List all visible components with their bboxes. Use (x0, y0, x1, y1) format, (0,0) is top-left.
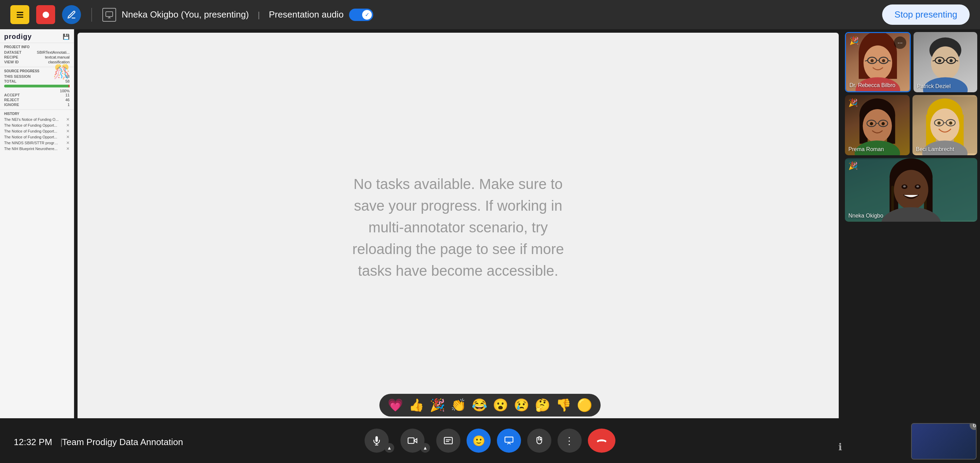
svg-point-55 (894, 170, 928, 209)
time-label: 12:32 PM (14, 437, 52, 447)
svg-rect-4 (106, 12, 113, 16)
participant-name-nneka: Nneka Okigbo (848, 213, 883, 219)
list-item: The Notice of Funding Opport... ✕ (4, 123, 70, 128)
meeting-title: Team Prodigy Data Annotation (62, 437, 183, 447)
stop-presenting-button[interactable]: Stop presenting (882, 5, 970, 25)
emoji-button[interactable]: 🙂 (466, 428, 491, 453)
emoji-heart[interactable]: 💗 (388, 398, 403, 412)
history-item-text: The NINDS SBIR/STTR progra... (4, 141, 59, 145)
emoji-think[interactable]: 🤔 (535, 398, 550, 412)
emoji-yellow-circle[interactable]: 🟡 (577, 398, 592, 412)
ignore-value: 1 (68, 103, 70, 107)
celebration-icon-prema: 🎉 (848, 98, 858, 108)
svg-point-7 (864, 46, 892, 81)
mic-group: ▲ (364, 428, 394, 453)
this-session-label: THIS SESSION (4, 75, 31, 78)
emoji-clap[interactable]: 👏 (451, 398, 466, 412)
presentation-audio-toggle[interactable]: ✓ (349, 9, 373, 21)
video-row-1: 🎉 ··· Dr. Rebecca Bilbro (845, 32, 977, 92)
history-item-text: The Notice of Funding Opport... (4, 135, 57, 139)
recipe-label: RECIPE (4, 55, 18, 59)
history-item-text: The NIH Blueprint Neurothere... (4, 147, 57, 151)
dataset-label: DATASET (4, 50, 21, 54)
svg-point-40 (931, 108, 960, 142)
this-session-value: 58 (65, 75, 70, 78)
emoji-wow[interactable]: 😮 (493, 398, 508, 412)
dataset-row: DATASET SBIRTextAnnotati... (4, 50, 70, 54)
prodigy-logo: prodigy (4, 33, 32, 41)
svg-point-29 (863, 109, 892, 143)
video-tile-rebecca[interactable]: 🎉 ··· Dr. Rebecca Bilbro (845, 32, 911, 92)
history-item-remove[interactable]: ✕ (66, 135, 70, 140)
history-item-text: The NEI's Notice of Funding O... (4, 117, 59, 122)
save-icon[interactable]: 💾 (63, 33, 70, 40)
list-item: The Notice of Funding Opport... ✕ (4, 129, 70, 133)
top-bar: Nneka Okigbo (You, presenting) | Present… (0, 0, 980, 29)
reject-label: REJECT (4, 98, 19, 102)
video-tile-prema[interactable]: 🎉 Prema Roman (845, 95, 910, 155)
svg-point-59 (916, 186, 919, 188)
celebration-icon-nneka: 🎉 (848, 162, 858, 170)
more-options-rebecca[interactable]: ··· (894, 36, 906, 49)
icon-1[interactable] (10, 5, 29, 24)
svg-point-17 (931, 46, 960, 79)
emoji-reaction-bar: 💗 👍 🎉 👏 😂 😮 😢 🤔 👎 🟡 (379, 394, 601, 417)
emoji-laugh[interactable]: 😂 (472, 398, 487, 412)
view-id-label: VIEW ID (4, 60, 19, 64)
thumbnail-content (912, 424, 976, 459)
history-item-text: The Notice of Funding Opport... (4, 129, 57, 133)
captions-button[interactable] (436, 428, 460, 453)
project-info-title: PROJECT INFO (4, 45, 70, 49)
svg-rect-64 (408, 438, 414, 443)
history-item-remove[interactable]: ✕ (66, 140, 70, 145)
emoji-sad[interactable]: 😢 (514, 398, 529, 412)
edit-icon[interactable] (62, 5, 81, 24)
history-item-remove[interactable]: ✕ (66, 117, 70, 122)
emoji-celebration[interactable]: 🎉 (430, 398, 445, 412)
svg-point-14 (882, 59, 885, 62)
source-progress-section: SOURCE PROGRESS THIS SESSION 58 TOTAL 58… (0, 67, 74, 110)
progress-bar (4, 85, 70, 87)
history-item-remove[interactable]: ✕ (66, 123, 70, 128)
video-tile-nneka[interactable]: 🎉 Nneka Okigbo (845, 158, 977, 222)
face-svg-nneka (845, 158, 977, 222)
more-options-button[interactable]: ⋮ (558, 428, 582, 453)
history-item-remove[interactable]: ✕ (66, 129, 70, 133)
thumbnail-preview[interactable]: 6 (911, 423, 977, 460)
more-dots-icon: ⋮ (565, 435, 575, 447)
history-item-remove[interactable]: ✕ (66, 146, 70, 151)
presentation-main: No tasks available. Make sure to save yo… (78, 33, 839, 422)
participant-name-prema: Prema Roman (848, 146, 884, 152)
history-title: HISTORY (4, 112, 70, 116)
total-label: TOTAL (4, 79, 16, 83)
celebration-icon-rebecca: 🎉 (850, 36, 859, 46)
video-tile-beci[interactable]: Beci Lambrecht (912, 95, 977, 155)
camera-group: ▲ (401, 428, 430, 453)
bottom-controls: ▲ ▲ 🙂 (364, 428, 616, 453)
mic-options-arrow[interactable]: ▲ (385, 443, 394, 453)
participant-name-patrick: Patrick Deziel (917, 83, 951, 89)
emoji-thumbsdown[interactable]: 👎 (556, 398, 571, 412)
video-grid: 🎉 ··· Dr. Rebecca Bilbro (842, 29, 980, 463)
svg-point-44 (937, 122, 940, 125)
svg-marker-63 (414, 439, 417, 443)
view-id-row: VIEW ID classification (4, 60, 70, 64)
info-button[interactable]: ℹ (838, 441, 842, 453)
camera-options-arrow[interactable]: ▲ (420, 443, 430, 453)
emoji-thumbsup[interactable]: 👍 (409, 398, 424, 412)
list-item: The NIH Blueprint Neurothere... ✕ (4, 146, 70, 151)
svg-point-45 (949, 122, 952, 125)
screen-share-icon (102, 8, 116, 22)
source-progress-title: SOURCE PROGRESS (4, 69, 70, 73)
end-call-button[interactable] (588, 428, 616, 453)
present-button[interactable] (497, 428, 521, 453)
video-tile-patrick[interactable]: Patrick Deziel (913, 32, 977, 92)
svg-rect-65 (444, 438, 452, 444)
sidebar-header: prodigy 💾 (0, 29, 74, 43)
progress-percent: 100% (4, 89, 70, 93)
record-icon[interactable] (36, 5, 55, 24)
raise-hand-button[interactable] (527, 428, 551, 453)
reject-value: 46 (65, 98, 70, 102)
view-id-value: classification (48, 60, 70, 64)
video-content-nneka (845, 158, 977, 222)
